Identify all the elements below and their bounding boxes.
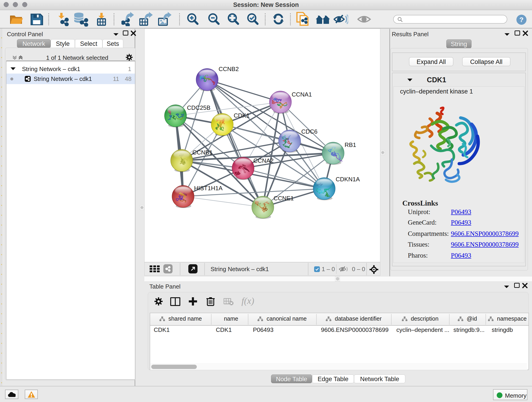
- svg-text:CCNA2: CCNA2: [253, 157, 273, 164]
- svg-text:CDKN1A: CDKN1A: [336, 176, 360, 183]
- svg-text:CCNE1: CCNE1: [273, 195, 294, 202]
- svg-text:CDC6: CDC6: [301, 128, 317, 135]
- svg-text:CCNB1: CCNB1: [192, 149, 213, 156]
- svg-text:CDC25B: CDC25B: [187, 104, 210, 111]
- svg-text:RB1: RB1: [345, 141, 356, 148]
- svg-text:CDK1: CDK1: [234, 112, 249, 119]
- svg-text:CCNB2: CCNB2: [219, 65, 239, 72]
- svg-text:HIST1H1A: HIST1H1A: [194, 185, 223, 191]
- svg-text:CCNA1: CCNA1: [292, 91, 312, 98]
